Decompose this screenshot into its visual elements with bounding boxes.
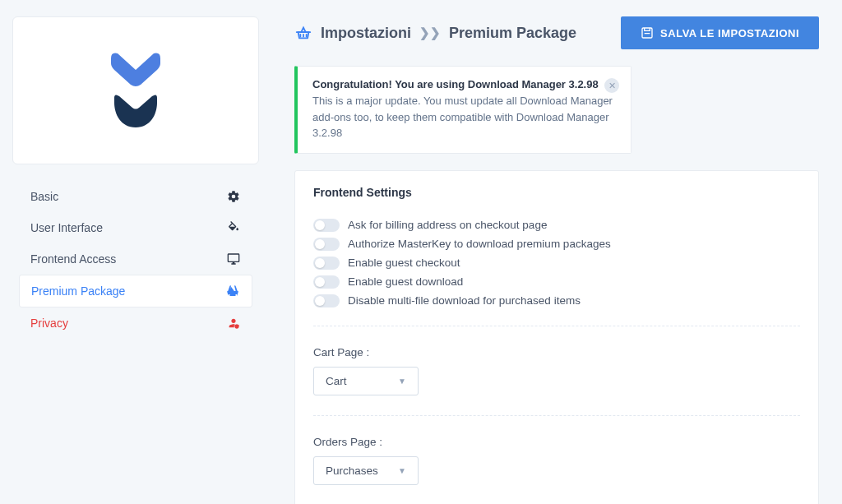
user-shield-icon	[226, 316, 241, 331]
toggle-switch[interactable]	[313, 275, 340, 289]
orders-page-select[interactable]: Purchases ▼	[313, 456, 419, 485]
logo-card	[12, 16, 259, 164]
cart-page-select[interactable]: Cart ▼	[313, 367, 419, 395]
title-part2: Premium Package	[449, 25, 576, 42]
toggle-label: Ask for billing address on checkout page	[348, 219, 547, 231]
toggle-label: Authorize MasterKey to download premium …	[348, 238, 611, 250]
page-header: Impostazioni ❯❯ Premium Package SALVA LE…	[294, 16, 819, 49]
toggle-disable-multifile: Disable multi-file download for purchase…	[313, 294, 800, 307]
toggle-switch[interactable]	[313, 238, 340, 251]
save-button-label: SALVA LE IMPOSTAZIONI	[660, 27, 799, 39]
alert-title: Congratulation! You are using Download M…	[312, 78, 616, 90]
save-icon	[641, 26, 654, 39]
panel-title: Frontend Settings	[313, 186, 800, 199]
nav-label: User Interface	[30, 221, 103, 234]
app-logo-icon	[103, 52, 169, 130]
toggle-guest-download: Enable guest download	[313, 275, 800, 289]
toggle-switch[interactable]	[313, 294, 340, 307]
paint-icon	[226, 220, 241, 235]
orders-page-label: Orders Page :	[313, 436, 800, 448]
alert-body: This is a major update. You must update …	[312, 93, 616, 141]
form-group-cart-page: Cart Page : Cart ▼	[313, 326, 800, 416]
select-value: Purchases	[326, 465, 378, 477]
settings-panel: Frontend Settings Ask for billing addres…	[294, 170, 819, 505]
toggle-switch[interactable]	[313, 219, 340, 232]
nav-label: Frontend Access	[30, 252, 116, 266]
toggle-masterkey: Authorize MasterKey to download premium …	[313, 238, 800, 251]
nav-label: Premium Package	[31, 284, 125, 298]
toggle-label: Enable guest checkout	[348, 257, 460, 269]
monitor-icon	[226, 252, 241, 266]
basket-icon	[294, 24, 312, 42]
main-content: Impostazioni ❯❯ Premium Package SALVA LE…	[271, 0, 842, 504]
nav-item-premium[interactable]: Premium Package	[19, 275, 252, 307]
chevron-down-icon: ▼	[398, 466, 406, 475]
save-button[interactable]: SALVA LE IMPOSTAZIONI	[621, 16, 819, 49]
sidebar: Basic User Interface Frontend Access Pre…	[0, 0, 271, 504]
select-value: Cart	[326, 375, 347, 387]
chevron-down-icon: ▼	[398, 377, 406, 386]
nav-label: Basic	[30, 190, 58, 203]
cart-page-label: Cart Page :	[313, 346, 800, 358]
title-part1: Impostazioni	[321, 25, 411, 42]
toggle-guest-checkout: Enable guest checkout	[313, 257, 800, 270]
nav-item-basic[interactable]: Basic	[19, 181, 252, 212]
toggle-switch[interactable]	[313, 257, 340, 270]
toggle-label: Enable guest download	[348, 275, 463, 288]
nav-item-ui[interactable]: User Interface	[19, 212, 252, 243]
toggle-billing-address: Ask for billing address on checkout page	[313, 219, 800, 232]
toggle-label: Disable multi-file download for purchase…	[348, 294, 581, 307]
close-icon[interactable]: ✕	[604, 78, 619, 93]
form-group-orders-page: Orders Page : Purchases ▼	[313, 436, 800, 505]
nav-item-frontend[interactable]: Frontend Access	[19, 243, 252, 275]
page-title: Impostazioni ❯❯ Premium Package	[294, 24, 576, 42]
nav-list: Basic User Interface Frontend Access Pre…	[12, 181, 259, 339]
chevron-right-icon: ❯❯	[419, 25, 441, 40]
alert-banner: Congratulation! You are using Download M…	[294, 66, 632, 154]
nav-item-privacy[interactable]: Privacy	[19, 307, 252, 339]
gear-icon	[226, 189, 241, 204]
nav-label: Privacy	[30, 317, 68, 330]
basket-icon	[225, 284, 240, 298]
